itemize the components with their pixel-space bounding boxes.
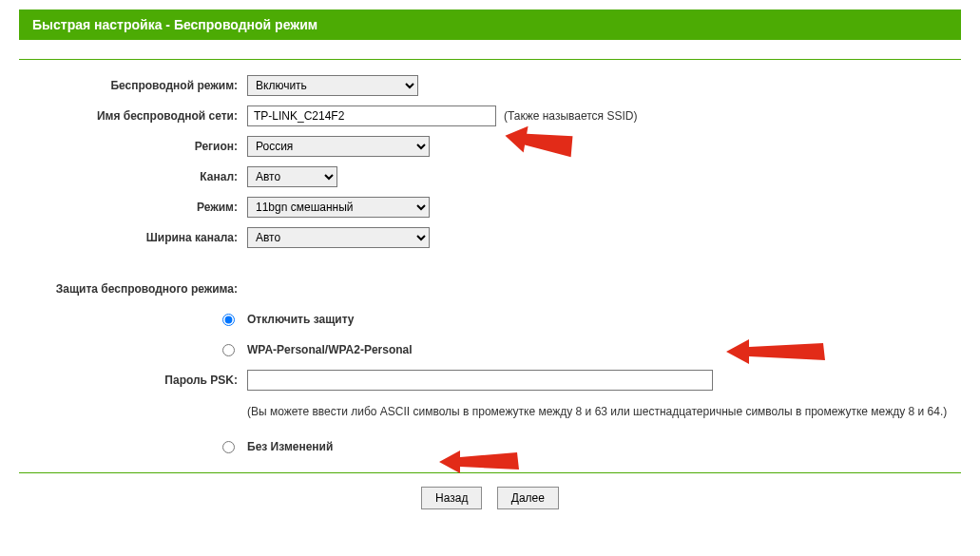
- psk-input[interactable]: [247, 370, 713, 391]
- wireless-mode-select[interactable]: Включить: [247, 75, 418, 96]
- security-heading: Защита беспроводного режима:: [19, 282, 247, 296]
- divider-top: [19, 59, 961, 60]
- security-disable-label: Отключить защиту: [247, 313, 355, 326]
- security-disable-radio[interactable]: [222, 314, 235, 326]
- channel-width-label: Ширина канала:: [19, 231, 247, 244]
- channel-label: Канал:: [19, 170, 247, 183]
- back-button[interactable]: Назад: [421, 487, 482, 509]
- divider-bottom: [19, 472, 961, 473]
- page-title: Быстрая настройка - Беспроводной режим: [19, 10, 961, 40]
- security-wpa-label: WPA-Personal/WPA2-Personal: [247, 343, 413, 356]
- ssid-hint: (Также называется SSID): [504, 109, 637, 123]
- mode-select[interactable]: 11bgn смешанный: [247, 197, 430, 218]
- next-button[interactable]: Далее: [497, 487, 559, 509]
- wireless-settings-form: Беспроводной режим: Включить Имя беспров…: [19, 73, 961, 459]
- security-nochange-label: Без Изменений: [247, 440, 333, 453]
- wireless-mode-label: Беспроводной режим:: [19, 79, 247, 92]
- channel-select[interactable]: Авто: [247, 166, 337, 187]
- mode-label: Режим:: [19, 201, 247, 214]
- security-wpa-radio[interactable]: [222, 344, 235, 356]
- psk-label: Пароль PSK:: [19, 374, 247, 387]
- ssid-input[interactable]: [247, 105, 496, 126]
- security-nochange-radio[interactable]: [222, 441, 235, 453]
- psk-hint: (Вы можете ввести либо ASCII символы в п…: [247, 405, 947, 418]
- channel-width-select[interactable]: Авто: [247, 227, 430, 248]
- region-select[interactable]: Россия: [247, 136, 430, 157]
- region-label: Регион:: [19, 140, 247, 153]
- ssid-label: Имя беспроводной сети:: [19, 109, 247, 123]
